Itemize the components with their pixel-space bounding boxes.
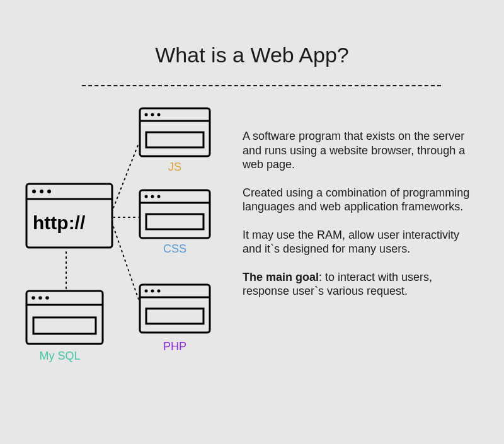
description-block: A software program that exists on the se… bbox=[243, 129, 476, 312]
browser-mysql-icon bbox=[25, 290, 104, 345]
svg-line-2 bbox=[113, 227, 142, 309]
label-css: CSS bbox=[139, 242, 211, 256]
svg-point-6 bbox=[32, 190, 36, 193]
diagram-area: http:// JS CSS bbox=[19, 107, 233, 403]
svg-rect-32 bbox=[33, 317, 96, 334]
desc-p2: Created using a combination of programmi… bbox=[243, 186, 476, 214]
svg-rect-20 bbox=[146, 214, 203, 229]
svg-point-23 bbox=[145, 290, 148, 293]
desc-p4: The main goal: to interact with users, r… bbox=[243, 270, 476, 299]
page-title: What is a Web App? bbox=[0, 43, 504, 67]
svg-rect-14 bbox=[146, 132, 203, 147]
desc-p3: It may use the RAM, allow user interacti… bbox=[243, 228, 476, 256]
svg-point-17 bbox=[145, 195, 148, 198]
svg-point-24 bbox=[151, 290, 154, 293]
svg-line-0 bbox=[113, 135, 142, 208]
browser-js-icon bbox=[139, 107, 211, 157]
svg-rect-26 bbox=[146, 309, 203, 324]
svg-point-25 bbox=[158, 290, 161, 293]
browser-php-icon bbox=[139, 283, 211, 334]
svg-point-7 bbox=[40, 190, 43, 193]
desc-p4-lead: The main goal bbox=[243, 271, 319, 283]
label-js: JS bbox=[139, 161, 211, 174]
svg-point-18 bbox=[151, 195, 154, 198]
http-label: http:// bbox=[33, 212, 86, 233]
divider bbox=[82, 85, 441, 86]
svg-point-13 bbox=[158, 113, 161, 117]
svg-point-12 bbox=[151, 113, 154, 117]
desc-p1: A software program that exists on the se… bbox=[243, 129, 476, 172]
svg-point-19 bbox=[158, 195, 161, 198]
browser-css-icon bbox=[139, 189, 211, 239]
svg-point-29 bbox=[32, 296, 35, 300]
svg-point-11 bbox=[145, 113, 148, 117]
svg-point-31 bbox=[45, 296, 49, 300]
svg-point-30 bbox=[38, 296, 42, 300]
label-mysql: My SQL bbox=[19, 350, 101, 363]
svg-point-8 bbox=[47, 190, 51, 193]
browser-main-icon: http:// bbox=[25, 183, 113, 249]
label-php: PHP bbox=[139, 340, 211, 353]
